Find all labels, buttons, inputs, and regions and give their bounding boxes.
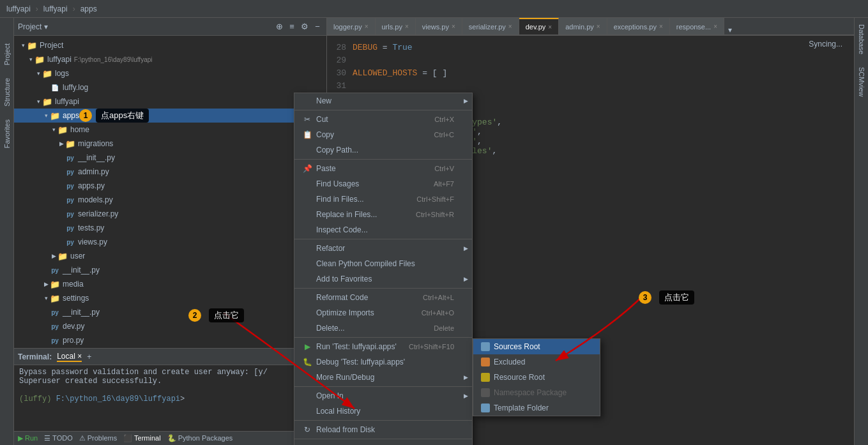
run-button[interactable]: ▶ Run xyxy=(18,434,38,442)
ctx-find-in-files[interactable]: Find in Files... Ctrl+Shift+F xyxy=(294,192,472,207)
ctx-find-usages[interactable]: Find Usages Alt+F7 xyxy=(294,176,472,192)
locate-icon[interactable]: ⊕ xyxy=(274,22,284,32)
tree-item-tests[interactable]: py tests.py xyxy=(14,221,326,235)
ctx-clean-compiled[interactable]: Clean Python Compiled Files xyxy=(294,256,472,271)
tree-item-serializer[interactable]: py serializer.py xyxy=(14,207,326,221)
tree-item-home-init[interactable]: py __init__.py xyxy=(14,151,326,165)
tab-close-icon[interactable]: × xyxy=(365,23,369,30)
arrow-icon: ▾ xyxy=(34,70,42,77)
sidebar-structure-label[interactable]: Structure xyxy=(3,78,11,107)
tree-item-admin[interactable]: py admin.py xyxy=(14,165,326,179)
tab-close-icon[interactable]: × xyxy=(713,23,717,30)
ctx-compare[interactable]: Compare With... Ctrl+D xyxy=(294,441,472,445)
python-packages-button[interactable]: 🐍 Python Packages xyxy=(167,434,233,442)
line-number: 31 xyxy=(327,81,353,91)
ctx-reload[interactable]: ↻ Reload from Disk xyxy=(294,422,472,437)
sidebar-favorites-label[interactable]: Favorites xyxy=(3,119,11,148)
tree-item-luffylog[interactable]: 📄 luffy.log xyxy=(14,80,326,94)
tree-item-apps-py[interactable]: py apps.py xyxy=(14,179,326,193)
ctx-open-in[interactable]: Open In xyxy=(294,388,472,404)
tree-item-models[interactable]: py models.py xyxy=(14,193,326,207)
terminal-button[interactable]: ⬛ Terminal xyxy=(123,434,160,442)
tab-serializer[interactable]: serializer.py × xyxy=(462,18,519,34)
add-terminal-button[interactable]: + xyxy=(87,352,91,361)
ctx-run-test[interactable]: ▶ Run 'Test: luffyapi.apps' Ctrl+Shift+F… xyxy=(294,339,472,354)
submenu-resource-root[interactable]: Resource Root xyxy=(473,370,600,385)
tab-views[interactable]: views.py × xyxy=(416,18,462,34)
tree-item-logs[interactable]: ▾ 📁 logs xyxy=(14,66,326,80)
tab-close-icon[interactable]: × xyxy=(452,23,455,30)
tree-item-views[interactable]: py views.py xyxy=(14,235,326,249)
tab-dev[interactable]: dev.py × xyxy=(519,18,559,34)
tree-item-dev[interactable]: py dev.py xyxy=(14,319,326,333)
tree-label: models.py xyxy=(78,195,113,204)
collapse-icon[interactable]: ≡ xyxy=(287,22,297,32)
scmview-panel-label[interactable]: SCMview xyxy=(858,67,865,96)
submenu-excluded[interactable]: Excluded xyxy=(473,354,600,370)
ctx-new[interactable]: New xyxy=(294,93,472,109)
ctx-label: Clean Python Compiled Files xyxy=(316,259,415,268)
tab-close-icon[interactable]: × xyxy=(597,23,600,30)
ctx-cut[interactable]: ✂ Cut Ctrl+X xyxy=(294,112,472,127)
tree-item-init-apps[interactable]: py __init__.py xyxy=(14,263,326,277)
ctx-paste[interactable]: 📌 Paste Ctrl+V xyxy=(294,161,472,176)
more-run-icon xyxy=(302,372,312,382)
ctx-label: Find Usages xyxy=(316,179,359,188)
tab-close-icon[interactable]: × xyxy=(508,23,512,30)
ctx-copy[interactable]: 📋 Copy Ctrl+C xyxy=(294,127,472,142)
ctx-local-history[interactable]: Local History xyxy=(294,404,472,419)
close-icon[interactable]: − xyxy=(312,22,323,32)
ctx-refactor[interactable]: Refactor xyxy=(294,241,472,256)
ctx-inspect-code[interactable]: Inspect Code... xyxy=(294,222,472,238)
todo-button[interactable]: ☰ TODO xyxy=(44,434,72,442)
ctx-optimize-imports[interactable]: Optimize Imports Ctrl+Alt+O xyxy=(294,305,472,321)
open-in-icon xyxy=(302,391,312,401)
run-icon: ▶ xyxy=(302,342,312,352)
submenu-template-folder[interactable]: Template Folder xyxy=(473,400,600,416)
tree-item-luffyapi-root[interactable]: ▾ 📁 luffyapi F:\python_16\day89\luffyapi xyxy=(14,52,326,66)
submenu-namespace-package[interactable]: Namespace Package xyxy=(473,385,600,400)
folder-icon: 📁 xyxy=(42,96,52,107)
settings-icon[interactable]: ⚙ xyxy=(300,22,310,32)
ctx-reformat[interactable]: Reformat Code Ctrl+Alt+L xyxy=(294,290,472,305)
terminal-tab-local[interactable]: Local × xyxy=(57,352,82,362)
terminal-line-1: Bypass password validation and create us… xyxy=(19,368,321,377)
ctx-add-favorites[interactable]: Add to Favorites xyxy=(294,271,472,287)
ctx-debug-test[interactable]: 🐛 Debug 'Test: luffyapi.apps' xyxy=(294,354,472,370)
tree-item-settings-init[interactable]: py __init__.py xyxy=(14,305,326,319)
ctx-divider xyxy=(294,337,472,338)
tab-close-icon[interactable]: × xyxy=(548,24,552,31)
ctx-copy-path[interactable]: Copy Path... xyxy=(294,142,472,158)
tab-logger[interactable]: logger.py × xyxy=(327,18,376,34)
tab-exceptions[interactable]: exceptions.py × xyxy=(607,18,670,34)
ctx-more-run[interactable]: More Run/Debug xyxy=(294,370,472,385)
tab-urls[interactable]: urls.py × xyxy=(376,18,416,34)
py-icon: py xyxy=(65,181,75,191)
submenu-mark-directory: Sources Root Excluded Resource Root Name… xyxy=(473,338,600,416)
tree-label: Project xyxy=(40,41,63,50)
template-folder-icon xyxy=(481,404,490,412)
tab-admin[interactable]: admin.py × xyxy=(559,18,607,34)
tree-item-luffyapi-inner[interactable]: ▾ 📁 luffyapi xyxy=(14,94,326,109)
submenu-sources-root[interactable]: Sources Root xyxy=(473,339,600,354)
tree-item-media[interactable]: ▶ 📁 media xyxy=(14,277,326,291)
tab-overflow-button[interactable]: ▾ xyxy=(724,26,736,34)
ctx-label: Inspect Code... xyxy=(316,225,368,234)
tab-close-icon[interactable]: × xyxy=(405,23,409,30)
code-line-29: 29 xyxy=(327,54,868,66)
sidebar-project-label[interactable]: Project xyxy=(3,43,11,65)
database-panel-label[interactable]: Database xyxy=(858,24,865,54)
ctx-delete[interactable]: Delete... Delete xyxy=(294,321,472,336)
problems-button[interactable]: ⚠ Problems xyxy=(79,434,118,442)
tab-response[interactable]: response... × xyxy=(670,18,724,34)
tree-item-project[interactable]: ▾ 📁 Project xyxy=(14,38,326,52)
tree-item-user[interactable]: ▶ 📁 user xyxy=(14,249,326,263)
tab-close-icon[interactable]: × xyxy=(659,23,663,30)
tree-item-pro[interactable]: py pro.py xyxy=(14,333,326,347)
tree-item-settings[interactable]: ▾ 📁 settings xyxy=(14,291,326,305)
tree-item-home[interactable]: ▾ 📁 home xyxy=(14,123,326,137)
tree-item-apps[interactable]: ▾ 📁 apps 1 点apps右键 xyxy=(14,109,326,123)
tree-item-migrations[interactable]: ▶ 📁 migrations xyxy=(14,137,326,151)
arrow-icon: ▾ xyxy=(42,294,50,302)
ctx-replace-in-files[interactable]: Replace in Files... Ctrl+Shift+R xyxy=(294,207,472,222)
